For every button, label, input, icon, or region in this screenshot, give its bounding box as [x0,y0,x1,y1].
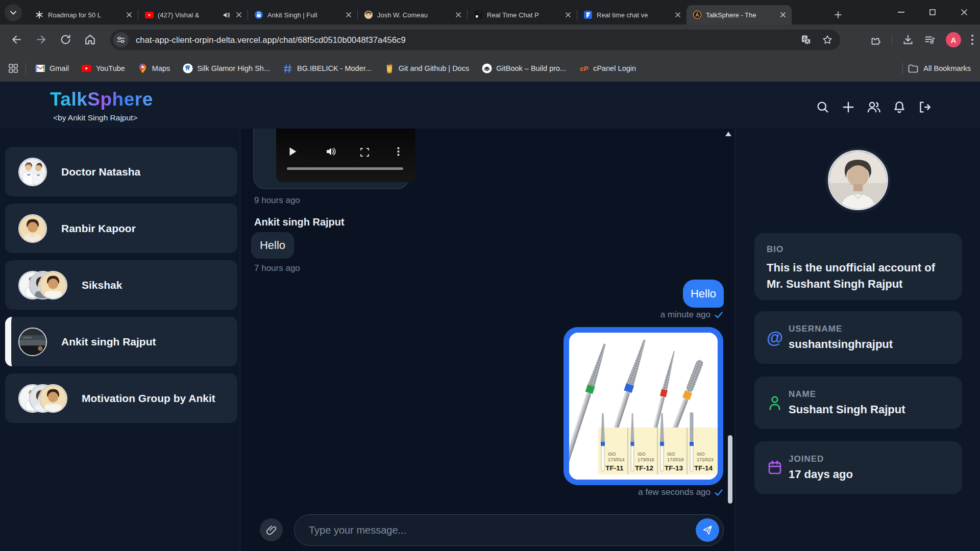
bookmark-git-github[interactable]: Git and Github | Docs [384,63,469,73]
bookmark-maps[interactable]: Maps [138,63,170,73]
chat-item-ranbir-kapoor[interactable]: Ranbir Kapoor [5,204,237,253]
scroll-up-arrow[interactable] [725,132,731,136]
url-text[interactable]: chat-app-client-orpin-delta.vercel.app/c… [136,35,406,45]
close-icon[interactable] [125,10,134,19]
close-icon[interactable] [344,10,353,19]
apps-grid-icon[interactable] [8,63,18,73]
tab-title: Ankit Singh | Full [267,11,340,19]
svg-text:TF-14: TF-14 [694,464,713,472]
profile-avatar-badge[interactable]: A [946,32,961,47]
fullscreen-icon[interactable] [357,144,372,160]
portfolio-favicon-icon [254,10,263,19]
bookmark-silk-glamor[interactable]: Silk Glamor High Sh... [183,63,270,73]
bookmark-gmail[interactable]: Gmail [35,63,69,73]
close-icon[interactable] [234,10,243,19]
chat-item-sikshak[interactable]: Sikshak [5,260,237,310]
tab-josh-comeau[interactable]: Josh W. Comeau [358,5,467,24]
sender-name: Ankit singh Rajput [254,216,345,228]
close-icon[interactable] [564,10,573,19]
tab-title: Real Time Chat P [487,11,559,19]
site-settings-icon[interactable] [113,32,129,47]
bookmark-label: Git and Github | Docs [399,64,469,72]
bookmark-label: GitBook – Build pro... [496,64,566,72]
bell-icon[interactable] [891,99,908,115]
bio-label: BIO [767,244,950,255]
message-input[interactable] [309,524,696,536]
tab-title: Josh W. Comeau [377,11,450,19]
chatgpt-favicon-icon [35,10,44,19]
chat-item-ankit-singh-rajput[interactable]: Ankit singh Rajput [5,317,237,366]
name-value: Sushant Singh Rajput [789,403,905,416]
tab-audio-icon[interactable] [223,12,230,18]
tab-realtime-chat-2[interactable]: Real time chat ve [577,5,687,24]
address-bar[interactable]: chat-app-client-orpin-delta.vercel.app/c… [110,30,840,50]
bookmark-star-icon[interactable] [822,34,833,45]
close-icon[interactable] [454,10,463,19]
back-button[interactable] [10,33,23,46]
close-icon[interactable] [673,10,682,19]
bio-card: BIO This is the unofficial account of Mr… [754,233,962,300]
video-progress-bar[interactable] [287,167,403,170]
group-avatars [18,384,67,413]
reload-button[interactable] [59,33,72,46]
message-input-container [294,514,724,546]
logout-icon[interactable] [916,99,933,115]
bookmark-bgibelick[interactable]: BG.IBELICK - Moder... [283,63,372,73]
tab-realtime-chat-1[interactable]: Real Time Chat P [468,5,577,24]
bookmark-label: Maps [152,64,170,72]
chat-item-doctor-natasha[interactable]: Doctor Natasha [5,147,237,196]
tab-ankit-singh[interactable]: Ankit Singh | Full [248,5,357,24]
svg-text:ISO: ISO [667,452,675,457]
svg-text:ISO: ISO [697,452,705,457]
translate-icon[interactable] [800,34,812,45]
at-icon: @ [767,329,782,346]
close-icon[interactable] [778,10,788,19]
close-window-button[interactable] [948,0,980,24]
home-button[interactable] [84,33,96,46]
maximize-button[interactable] [917,0,948,24]
message-timestamp: a minute ago [660,310,710,320]
person-icon [767,394,782,412]
name-label: NAME [789,389,905,399]
bookmark-cpanel[interactable]: cP cPanel Login [579,63,636,73]
attach-button[interactable] [260,518,283,541]
play-icon[interactable] [285,144,301,159]
browser-toolbar: chat-app-client-orpin-delta.vercel.app/c… [0,24,980,55]
outgoing-message-bubble: Hello [683,280,724,308]
bookmark-youtube[interactable]: YouTube [82,63,125,73]
download-icon[interactable] [902,34,914,46]
image-message[interactable]: ISO173/014 ISO173/016 ISO173/018 ISO172/… [564,327,723,485]
add-icon[interactable] [840,99,856,115]
tab-talksphere-active[interactable]: TalkSphere - The [687,5,792,24]
username-value: sushantsinghrajput [789,338,893,351]
volume-icon[interactable] [324,144,339,159]
profile-panel: BIO This is the unofficial account of Mr… [736,129,980,551]
menu-dots-icon[interactable] [971,34,974,45]
forward-button[interactable] [35,33,47,46]
youtube-favicon-icon [144,10,154,19]
bookmark-gitbook[interactable]: GitBook – Build pro... [482,63,566,73]
playlist-icon[interactable] [924,34,936,46]
tab-youtube-vishal[interactable]: (427) Vishal & [138,5,248,24]
avatar [18,214,47,243]
bookmarks-separator [902,63,903,74]
video-player[interactable] [276,129,415,182]
tab-roadmap[interactable]: Roadmap for 50 L [29,5,138,24]
gmail-icon [35,63,45,73]
search-icon[interactable] [815,99,831,115]
send-button[interactable] [696,518,719,542]
bookmarks-separator [26,63,26,74]
tab-search-button[interactable] [5,4,22,21]
extensions-icon[interactable] [870,34,882,46]
tooth-icon [183,63,193,73]
new-tab-button[interactable] [831,8,845,22]
all-bookmarks[interactable]: All Bookmarks [902,63,971,74]
scrollbar-thumb[interactable] [728,435,732,504]
users-icon[interactable] [866,99,882,115]
paperclip-icon [266,524,277,536]
more-icon[interactable] [390,144,406,159]
minimize-button[interactable] [885,0,917,24]
chat-item-motivation-group[interactable]: Motivation Group by Ankit [5,373,237,423]
svg-text:TF-12: TF-12 [635,464,653,472]
bookmark-label: Gmail [50,64,69,72]
